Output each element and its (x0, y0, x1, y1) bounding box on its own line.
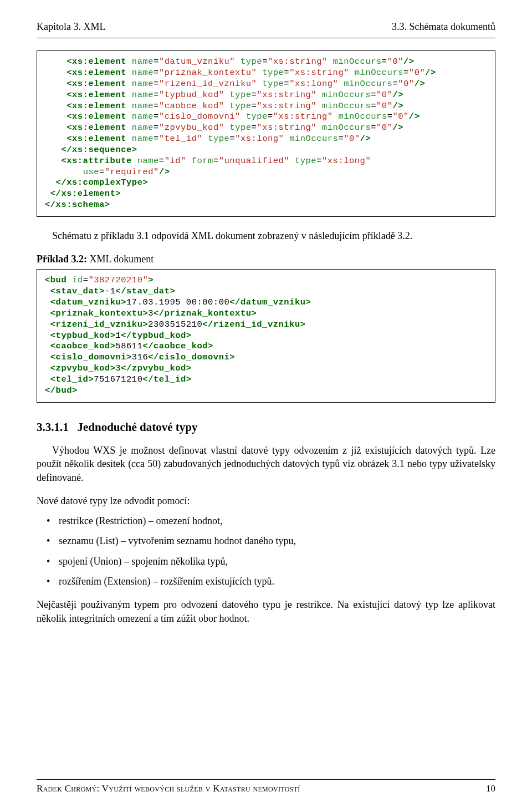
footer-rule (37, 779, 495, 780)
head-right: 3.3. Schémata dokumentů (392, 20, 495, 33)
running-head: Kapitola 3. XML 3.3. Schémata dokumentů (37, 20, 495, 33)
caption-text: XML dokument (87, 253, 154, 265)
paragraph-1: Schématu z příkladu 3.1 odpovídá XML dok… (37, 229, 495, 242)
list-item: seznamu (List) – vytvořením seznamu hodn… (37, 534, 495, 547)
foot-page-number: 10 (486, 783, 495, 795)
head-left: Kapitola 3. XML (37, 20, 105, 33)
header-rule (37, 38, 495, 38)
paragraph-4: Nejčastěji používaným typem pro odvození… (37, 598, 495, 625)
list-item: spojení (Union) – spojením několika typů… (37, 555, 495, 568)
list-item: restrikce (Restriction) – omezení hodnot… (37, 514, 495, 527)
paragraph-2: Výhodou WXS je možnost definovat vlastní… (37, 444, 495, 484)
list-item: rozšířením (Extension) – rozšířením exis… (37, 575, 495, 588)
running-foot: Radek Chromý: Využití webových služeb v … (37, 783, 495, 795)
bullet-list: restrikce (Restriction) – omezení hodnot… (37, 514, 495, 588)
paragraph-3: Nové datové typy lze odvodit pomocí: (37, 494, 495, 507)
foot-left: Radek Chromý: Využití webových služeb v … (37, 783, 300, 795)
section-title: Jednoduché datové typy (78, 420, 198, 434)
caption-label: Příklad 3.2: (37, 253, 87, 265)
code-block-2: <bud id="382720210"> <stav_dat>-1</stav_… (37, 269, 495, 402)
code-block-1: <xs:element name="datum_vzniku" type="xs… (37, 50, 495, 217)
page: Kapitola 3. XML 3.3. Schémata dokumentů … (0, 0, 532, 812)
section-number: 3.3.1.1 (37, 420, 69, 434)
code-caption-2: Příklad 3.2: XML dokument (37, 252, 495, 266)
section-heading: 3.3.1.1 Jednoduché datové typy (37, 419, 495, 435)
